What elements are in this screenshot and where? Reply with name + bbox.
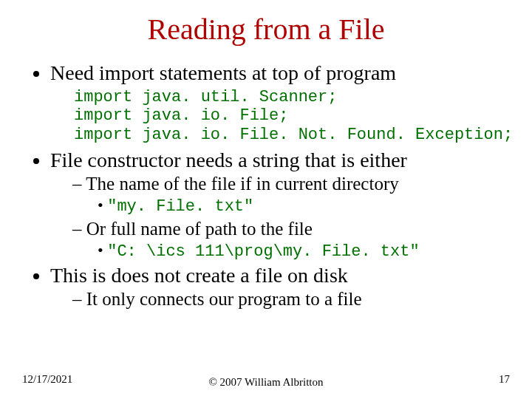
footer-copyright: © 2007 William Albritton (22, 376, 510, 389)
bullet-list: File constructor needs a string that is … (22, 149, 510, 310)
bullet-list: Need import statements at top of program (22, 61, 510, 85)
bullet-text: File constructor needs a string that is … (50, 149, 407, 171)
sub-item: The name of the file if in current direc… (72, 174, 510, 216)
code-line: import java. io. File. Not. Found. Excep… (74, 126, 513, 144)
code-line: import java. io. File; (74, 106, 288, 125)
sub-item: It only connects our program to a file (72, 289, 510, 310)
sub-sub-item: "C: \ics 111\prog\my. File. txt" (98, 241, 510, 261)
code-text: "C: \ics 111\prog\my. File. txt" (107, 242, 419, 261)
bullet-item: File constructor needs a string that is … (50, 149, 510, 261)
sub-sub-list: "my. File. txt" (72, 196, 510, 216)
sub-text: The name of the file if in current direc… (86, 174, 398, 194)
sub-text: Or full name of path to the file (86, 219, 313, 239)
sub-list: The name of the file if in current direc… (50, 174, 510, 261)
code-line: import java. util. Scanner; (74, 88, 337, 106)
sub-text: It only connects our program to a file (86, 289, 362, 309)
bullet-item: This is does not create a file on disk I… (50, 264, 510, 310)
slide-title: Reading from a File (22, 12, 510, 47)
sub-sub-list: "C: \ics 111\prog\my. File. txt" (72, 241, 510, 261)
sub-sub-item: "my. File. txt" (98, 196, 510, 216)
sub-list: It only connects our program to a file (50, 289, 510, 310)
code-text: "my. File. txt" (107, 197, 253, 216)
bullet-text: This is does not create a file on disk (50, 264, 348, 287)
code-block: import java. util. Scanner; import java.… (74, 88, 510, 144)
bullet-item: Need import statements at top of program (50, 61, 510, 85)
slide: Reading from a File Need import statemen… (0, 0, 532, 399)
sub-item: Or full name of path to the file "C: \ic… (72, 219, 510, 261)
footer-page-number: 17 (499, 373, 510, 386)
